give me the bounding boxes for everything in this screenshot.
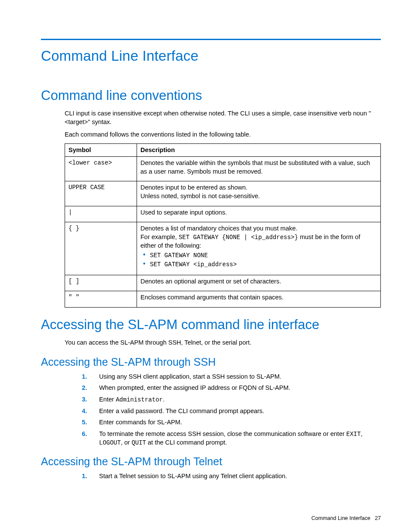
accessing-intro: You can access the SL-APM through SSH, T… xyxy=(65,339,381,347)
top-rule xyxy=(41,39,381,40)
desc-cell: Denotes an optional argument or set of c… xyxy=(137,275,381,291)
inline-code: LOGOUT xyxy=(99,439,121,446)
example-item: SET GATEWAY <ip_address> xyxy=(140,261,377,269)
inline-code: SET GATEWAY {NONE | <ip_address>} xyxy=(179,234,298,241)
step-item: When prompted, enter the assigned IP add… xyxy=(82,384,381,392)
footer-page-number: 27 xyxy=(375,515,381,521)
desc-cell: Encloses command arguments that contain … xyxy=(137,291,381,308)
table-row: <lower case> Denotes the variable within… xyxy=(65,157,381,181)
table-header-row: Symbol Description xyxy=(65,143,381,157)
table-row: [ ] Denotes an optional argument or set … xyxy=(65,275,381,291)
desc-line: Denotes input to be entered as shown. xyxy=(140,184,247,191)
table-row: { } Denotes a list of mandatory choices … xyxy=(65,222,381,275)
symbol-cell: [ ] xyxy=(65,275,137,291)
step-item: Enter Administrator. xyxy=(82,395,381,404)
desc-cell: Denotes the variable within the symbols … xyxy=(137,157,381,181)
step-item: To terminate the remote access SSH sessi… xyxy=(82,430,381,447)
step-item: Using any SSH client application, start … xyxy=(82,373,381,381)
page-container: Command Line Interface Command line conv… xyxy=(0,0,411,532)
step-pre: To terminate the remote access SSH sessi… xyxy=(99,430,346,437)
step-post: . xyxy=(163,396,165,403)
desc-line: Denotes a list of mandatory choices that… xyxy=(140,225,297,232)
step-item: Start a Telnet session to SL-APM using a… xyxy=(82,472,381,481)
telnet-title: Accessing the SL-APM through Telnet xyxy=(41,455,381,468)
inline-code: QUIT xyxy=(131,439,146,446)
table-row: UPPER CASE Denotes input to be entered a… xyxy=(65,181,381,206)
step-pre: Enter xyxy=(99,396,116,403)
step-mid: , xyxy=(361,430,362,437)
desc-cell: Denotes input to be entered as shown. Un… xyxy=(137,181,381,206)
example-list: SET GATEWAY NONE SET GATEWAY <ip_address… xyxy=(140,252,377,269)
ssh-steps: Using any SSH client application, start … xyxy=(82,373,381,447)
step-item: Enter a valid password. The CLI command … xyxy=(82,407,381,416)
ssh-title: Accessing the SL-APM through SSH xyxy=(41,356,381,368)
conventions-table-intro: Each command follows the conventions lis… xyxy=(65,131,381,139)
symbol-cell: | xyxy=(65,206,137,222)
footer-label: Command Line Interface xyxy=(311,515,371,521)
step-mid: , or xyxy=(121,439,131,446)
step-post: at the CLI command prompt. xyxy=(146,439,227,446)
section-conventions-title: Command line conventions xyxy=(41,88,381,103)
conventions-table: Symbol Description <lower case> Denotes … xyxy=(65,143,381,308)
example-item: SET GATEWAY NONE xyxy=(140,252,377,260)
table-row: | Used to separate input options. xyxy=(65,206,381,222)
table-row: " " Encloses command arguments that cont… xyxy=(65,291,381,308)
page-footer: Command Line Interface 27 xyxy=(41,515,381,521)
telnet-steps: Start a Telnet session to SL-APM using a… xyxy=(82,472,381,481)
page-title: Command Line Interface xyxy=(41,48,381,64)
inline-code: Administrator xyxy=(116,396,163,403)
desc-cell: Used to separate input options. xyxy=(137,206,381,222)
section-accessing-title: Accessing the SL-APM command line interf… xyxy=(41,317,381,333)
symbol-cell: <lower case> xyxy=(65,157,137,181)
desc-line-pre: For example, xyxy=(140,233,179,240)
col-symbol-header: Symbol xyxy=(65,143,137,157)
symbol-cell: { } xyxy=(65,222,137,275)
desc-line: Unless noted, symbol is not case-sensiti… xyxy=(140,193,260,199)
col-description-header: Description xyxy=(137,143,381,157)
conventions-intro: CLI input is case insensitive except whe… xyxy=(65,109,381,126)
symbol-cell: UPPER CASE xyxy=(65,181,137,206)
inline-code: EXIT xyxy=(346,431,361,438)
step-item: Enter commands for SL-APM. xyxy=(82,418,381,427)
symbol-cell: " " xyxy=(65,291,137,308)
desc-cell: Denotes a list of mandatory choices that… xyxy=(137,222,381,275)
